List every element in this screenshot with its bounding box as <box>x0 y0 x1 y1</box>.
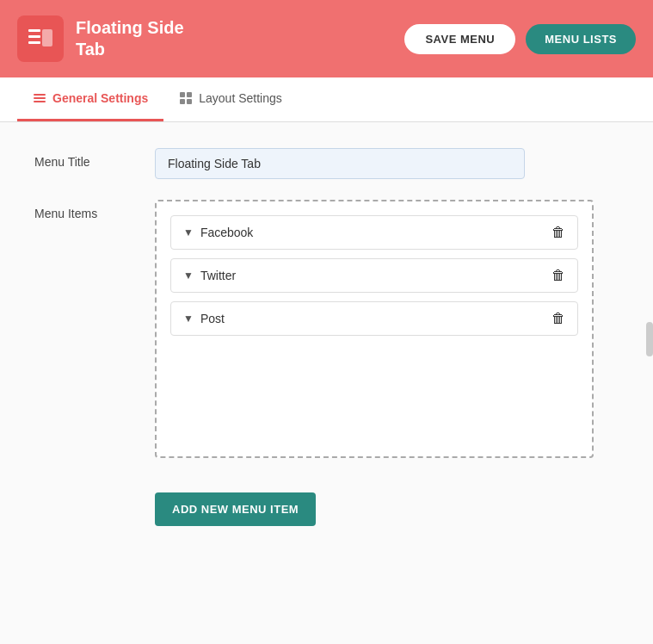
main-content: Menu Title Menu Items ▼ Facebook 🗑 <box>0 122 653 639</box>
menu-item-left: ▼ Post <box>183 312 225 325</box>
menu-items-row: Menu Items ▼ Facebook 🗑 ▼ Twitter <box>34 200 619 458</box>
menu-title-row: Menu Title <box>34 148 619 179</box>
menu-item-row: ▼ Twitter 🗑 <box>170 258 578 293</box>
menu-item-label: Post <box>200 312 225 325</box>
svg-rect-2 <box>28 41 40 44</box>
chevron-down-icon: ▼ <box>183 226 194 238</box>
svg-rect-3 <box>42 29 52 46</box>
chevron-down-icon: ▼ <box>183 313 194 325</box>
menu-title-field <box>155 148 619 179</box>
menu-item-label: Facebook <box>200 226 253 239</box>
tab-layout-settings[interactable]: Layout Settings <box>163 77 298 121</box>
add-new-menu-item-button[interactable]: ADD NEW MENU ITEM <box>155 492 316 526</box>
menu-item-label: Twitter <box>200 269 236 282</box>
header-buttons: SAVE MENU MENU LISTS <box>404 24 636 54</box>
svg-rect-4 <box>34 94 46 96</box>
svg-rect-7 <box>180 92 185 97</box>
tab-layout-label: Layout Settings <box>199 91 282 105</box>
delete-item-icon[interactable]: 🗑 <box>551 225 565 240</box>
svg-rect-6 <box>34 101 46 102</box>
layout-settings-icon <box>179 91 193 105</box>
general-settings-icon <box>33 91 46 105</box>
menu-item-left: ▼ Twitter <box>183 269 236 282</box>
svg-rect-10 <box>187 99 192 104</box>
header: Floating Side Tab SAVE MENU MENU LISTS <box>0 0 653 77</box>
svg-rect-0 <box>28 29 40 32</box>
bottom-save-area: SAVE MENU <box>0 639 653 644</box>
menu-title-label: Menu Title <box>34 148 155 169</box>
menu-item-row: ▼ Post 🗑 <box>170 301 578 336</box>
menu-items-label: Menu Items <box>34 200 155 220</box>
menu-items-field: ▼ Facebook 🗑 ▼ Twitter 🗑 ▼ <box>155 200 619 458</box>
save-menu-header-button[interactable]: SAVE MENU <box>404 24 515 54</box>
menu-icon <box>27 25 54 53</box>
menu-lists-button[interactable]: MENU LISTS <box>526 24 636 54</box>
chevron-down-icon: ▼ <box>183 269 194 282</box>
svg-rect-8 <box>187 92 192 97</box>
menu-title-input[interactable] <box>155 148 525 179</box>
menu-items-box: ▼ Facebook 🗑 ▼ Twitter 🗑 ▼ <box>155 200 594 458</box>
delete-item-icon[interactable]: 🗑 <box>551 268 565 283</box>
tab-general-settings[interactable]: General Settings <box>17 77 163 121</box>
scrollbar[interactable] <box>646 322 653 356</box>
tabs-bar: General Settings Layout Settings <box>0 77 653 122</box>
menu-item-left: ▼ Facebook <box>183 226 253 239</box>
svg-rect-1 <box>28 35 40 38</box>
tab-general-label: General Settings <box>52 91 148 105</box>
menu-item-row: ▼ Facebook 🗑 <box>170 215 578 250</box>
app-icon-box <box>17 15 64 62</box>
svg-rect-5 <box>34 97 46 99</box>
delete-item-icon[interactable]: 🗑 <box>551 311 565 326</box>
svg-rect-9 <box>180 99 185 104</box>
header-left: Floating Side Tab <box>17 15 184 62</box>
header-title: Floating Side Tab <box>76 17 184 60</box>
